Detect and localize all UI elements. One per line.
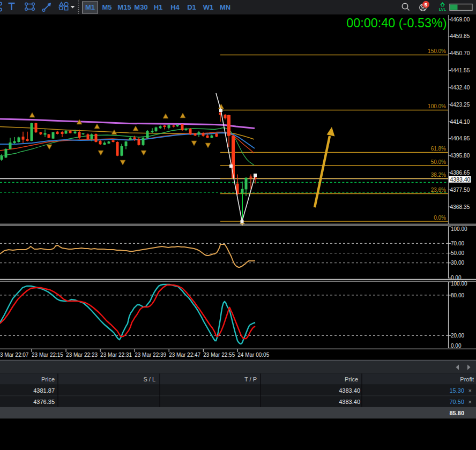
svg-text:Price: Price	[41, 376, 55, 382]
svg-text:150.0%: 150.0%	[428, 48, 446, 54]
svg-text:MN: MN	[220, 3, 230, 11]
svg-text:0.00: 0.00	[451, 343, 462, 349]
svg-text:4441.55: 4441.55	[450, 68, 470, 73]
svg-text:T / P: T / P	[244, 376, 257, 382]
svg-text:4381.87: 4381.87	[33, 387, 55, 394]
svg-text:4383.40: 4383.40	[450, 176, 471, 183]
svg-text:70.50: 70.50	[449, 399, 464, 405]
svg-text:23 Mar 22:55: 23 Mar 22:55	[203, 352, 235, 358]
svg-text:4395.80: 4395.80	[450, 153, 470, 159]
svg-text:80.00: 80.00	[451, 292, 464, 298]
svg-text:S / L: S / L	[143, 376, 155, 382]
svg-text:5: 5	[425, 2, 428, 8]
svg-text:Profit: Profit	[460, 376, 474, 382]
svg-text:100.00: 100.00	[451, 281, 467, 287]
svg-text:M30: M30	[134, 3, 147, 11]
svg-text:15.30: 15.30	[449, 387, 464, 394]
svg-text:4383.40: 4383.40	[339, 399, 360, 405]
svg-text:×: ×	[468, 399, 472, 405]
svg-text:23 Mar 22:39: 23 Mar 22:39	[135, 352, 166, 358]
svg-text:70.00: 70.00	[451, 241, 464, 246]
svg-text:4414.10: 4414.10	[450, 119, 470, 125]
svg-text:3 Mar 22:07: 3 Mar 22:07	[0, 352, 29, 358]
svg-text:W1: W1	[203, 3, 214, 11]
svg-text:4459.85: 4459.85	[450, 33, 470, 39]
svg-text:100.0%: 100.0%	[428, 103, 446, 109]
svg-text:20.00: 20.00	[451, 333, 464, 339]
svg-text:61.8%: 61.8%	[431, 146, 446, 152]
svg-text:D1: D1	[187, 3, 196, 11]
svg-text:38.2%: 38.2%	[431, 172, 446, 178]
svg-text:H1: H1	[154, 3, 163, 11]
svg-text:M1: M1	[85, 3, 95, 11]
svg-text:24 Mar 00:05: 24 Mar 00:05	[237, 352, 269, 358]
svg-text:0.00: 0.00	[451, 275, 462, 281]
svg-text:4432.40: 4432.40	[450, 85, 470, 91]
svg-text:4450.70: 4450.70	[450, 50, 470, 56]
svg-text:4383.40: 4383.40	[339, 387, 360, 394]
svg-text:100.00: 100.00	[451, 226, 467, 232]
svg-text:4368.35: 4368.35	[450, 204, 470, 210]
svg-text:00:00:40 (-0.53%): 00:00:40 (-0.53%)	[346, 16, 447, 30]
svg-text:4423.25: 4423.25	[450, 102, 470, 108]
svg-text:4377.50: 4377.50	[450, 187, 470, 193]
svg-text:4386.65: 4386.65	[450, 170, 470, 176]
svg-text:23.6%: 23.6%	[431, 187, 446, 193]
svg-text:×: ×	[468, 387, 472, 394]
svg-text:23 Mar 22:15: 23 Mar 22:15	[32, 352, 63, 358]
svg-text:50.00: 50.00	[451, 250, 464, 256]
svg-text:23 Mar 22:23: 23 Mar 22:23	[66, 352, 98, 358]
svg-text:30.00: 30.00	[451, 260, 464, 266]
svg-text:H4: H4	[170, 3, 180, 11]
svg-text:LVL: LVL	[439, 7, 447, 12]
svg-text:M5: M5	[102, 3, 111, 11]
svg-text:4469.00: 4469.00	[450, 17, 470, 22]
svg-text:4376.35: 4376.35	[33, 399, 55, 405]
svg-text:4404.95: 4404.95	[450, 136, 470, 141]
svg-text:Price: Price	[345, 376, 358, 382]
svg-text:23 Mar 22:47: 23 Mar 22:47	[169, 352, 200, 358]
svg-text:50.0%: 50.0%	[431, 159, 446, 165]
svg-text:23 Mar 22:31: 23 Mar 22:31	[100, 352, 132, 358]
svg-text:85.80: 85.80	[449, 410, 464, 416]
svg-text:M15: M15	[117, 3, 131, 11]
svg-text:0.0%: 0.0%	[434, 215, 446, 221]
